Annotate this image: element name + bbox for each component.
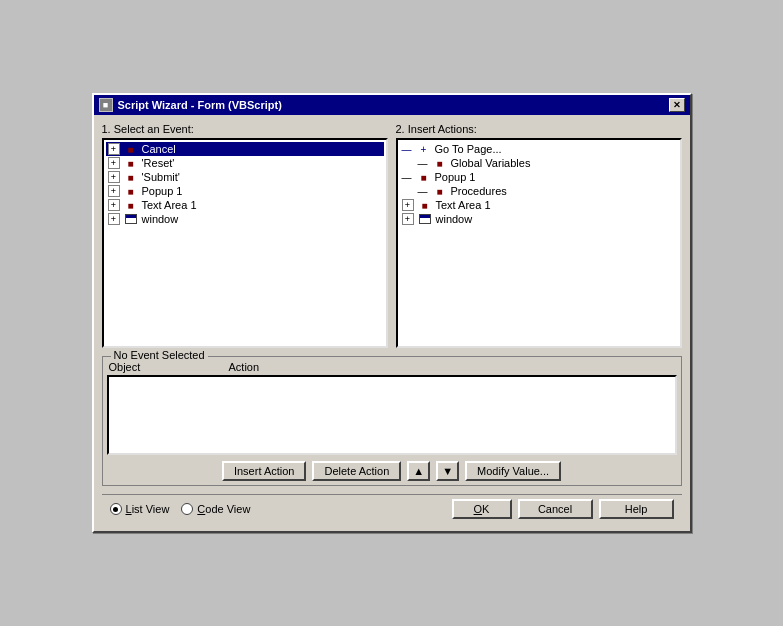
bottom-bar: List View Code View OK Cancel [102, 494, 682, 523]
radio-list-view-label: List View [126, 503, 170, 515]
title-bar-left: ■ Script Wizard - Form (VBScript) [99, 98, 282, 112]
radio-code-view-input[interactable] [181, 503, 193, 515]
form-icon-textarea1: ■ [124, 199, 138, 211]
item-text-procedures: Procedures [451, 185, 507, 197]
col-object-header: Object [109, 361, 229, 373]
form-icon-popup1: ■ [124, 185, 138, 197]
window-icon-right [418, 213, 432, 225]
right-tree-item-popup1[interactable]: — ■ Popup 1 [400, 170, 678, 184]
expand-reset[interactable]: + [108, 157, 120, 169]
app-icon: ■ [99, 98, 113, 112]
expand-popup1[interactable]: + [108, 185, 120, 197]
insert-action-button[interactable]: Insert Action [222, 461, 307, 481]
expand-submit[interactable]: + [108, 171, 120, 183]
dash-procedures: — [418, 186, 428, 197]
event-table-body [107, 375, 677, 455]
left-panel-label: 1. Select an Event: [102, 123, 388, 135]
left-tree-item-textarea1[interactable]: + ■ Text Area 1 [106, 198, 384, 212]
form-icon-globalvars: ■ [433, 157, 447, 169]
action-buttons: Insert Action Delete Action ▲ ▼ Modify V… [107, 461, 677, 481]
radio-list-view[interactable]: List View [110, 503, 170, 515]
cancel-button[interactable]: Cancel [518, 499, 593, 519]
window-title: Script Wizard - Form (VBScript) [118, 99, 282, 111]
dash-popup1: — [402, 172, 412, 183]
item-text-right-window: window [436, 213, 473, 225]
item-text-textarea1: Text Area 1 [142, 199, 197, 211]
item-text-reset: 'Reset' [142, 157, 175, 169]
main-window: ■ Script Wizard - Form (VBScript) ✕ 1. S… [92, 93, 692, 533]
delete-action-button[interactable]: Delete Action [312, 461, 401, 481]
window-content: 1. Select an Event: + ■ Cancel + ■ 'Rese… [94, 115, 690, 531]
ok-button[interactable]: OK [452, 499, 512, 519]
event-table-header: Object Action [107, 361, 677, 373]
item-text-submit: 'Submit' [142, 171, 180, 183]
code-view-text: ode View [205, 503, 250, 515]
move-up-button[interactable]: ▲ [407, 461, 430, 481]
right-tree-item-textarea1[interactable]: + ■ Text Area 1 [400, 198, 678, 212]
expand-right-textarea1[interactable]: + [402, 199, 414, 211]
form-icon-cancel: ■ [124, 143, 138, 155]
goto-icon: + [417, 143, 431, 155]
expand-window[interactable]: + [108, 213, 120, 225]
form-icon-reset: ■ [124, 157, 138, 169]
modify-value-button[interactable]: Modify Value... [465, 461, 561, 481]
form-icon-submit: ■ [124, 171, 138, 183]
item-text-right-textarea1: Text Area 1 [436, 199, 491, 211]
event-group-label: No Event Selected [111, 349, 208, 361]
left-tree-item-popup1[interactable]: + ■ Popup 1 [106, 184, 384, 198]
item-text-gotopage: Go To Page... [435, 143, 502, 155]
left-tree-item-cancel[interactable]: + ■ Cancel [106, 142, 384, 156]
form-icon-right-popup1: ■ [417, 171, 431, 183]
item-text-cancel: Cancel [142, 143, 176, 155]
right-tree-item-globalvars[interactable]: — ■ Global Variables [400, 156, 678, 170]
right-panel: 2. Insert Actions: — + Go To Page... — ■… [396, 123, 682, 348]
radio-code-view-label: Code View [197, 503, 250, 515]
list-view-text: ist View [132, 503, 170, 515]
item-text-right-popup1: Popup 1 [435, 171, 476, 183]
item-text-globalvars: Global Variables [451, 157, 531, 169]
expand-textarea1[interactable]: + [108, 199, 120, 211]
left-panel: 1. Select an Event: + ■ Cancel + ■ 'Rese… [102, 123, 388, 348]
left-tree-item-submit[interactable]: + ■ 'Submit' [106, 170, 384, 184]
expand-right-window[interactable]: + [402, 213, 414, 225]
left-tree-item-window[interactable]: + window [106, 212, 384, 226]
panels-row: 1. Select an Event: + ■ Cancel + ■ 'Rese… [102, 123, 682, 348]
right-tree-item-gotopage[interactable]: — + Go To Page... [400, 142, 678, 156]
right-tree-box[interactable]: — + Go To Page... — ■ Global Variables — [396, 138, 682, 348]
item-text-popup1: Popup 1 [142, 185, 183, 197]
radio-group: List View Code View [110, 503, 442, 515]
radio-code-view[interactable]: Code View [181, 503, 250, 515]
ok-underline: O [474, 503, 483, 515]
right-tree-item-procedures[interactable]: — ■ Procedures [400, 184, 678, 198]
left-tree-box[interactable]: + ■ Cancel + ■ 'Reset' + ■ 'Submit' [102, 138, 388, 348]
close-button[interactable]: ✕ [669, 98, 685, 112]
event-group: No Event Selected Object Action Insert A… [102, 356, 682, 486]
right-tree-item-window[interactable]: + window [400, 212, 678, 226]
expand-cancel[interactable]: + [108, 143, 120, 155]
right-panel-label: 2. Insert Actions: [396, 123, 682, 135]
title-bar: ■ Script Wizard - Form (VBScript) ✕ [94, 95, 690, 115]
help-button[interactable]: Help [599, 499, 674, 519]
item-text-window: window [142, 213, 179, 225]
left-tree-item-reset[interactable]: + ■ 'Reset' [106, 156, 384, 170]
ok-text: K [482, 503, 489, 515]
col-action-header: Action [229, 361, 675, 373]
move-down-button[interactable]: ▼ [436, 461, 459, 481]
dash-globalvars: — [418, 158, 428, 169]
bottom-section: No Event Selected Object Action Insert A… [102, 356, 682, 523]
form-icon-procedures: ■ [433, 185, 447, 197]
radio-list-view-input[interactable] [110, 503, 122, 515]
window-icon-left [124, 213, 138, 225]
form-icon-right-textarea1: ■ [418, 199, 432, 211]
goto-dash-icon: — [402, 144, 412, 155]
bottom-buttons: OK Cancel Help [452, 499, 674, 519]
